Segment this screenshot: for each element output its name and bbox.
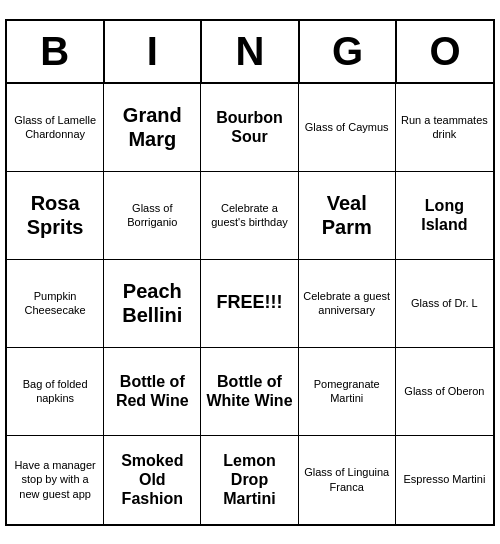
bingo-cell-11: Peach Bellini [104,260,201,348]
header-letter-o: O [397,21,493,82]
bingo-cell-13: Celebrate a guest anniversary [299,260,396,348]
bingo-cell-0: Glass of Lamelle Chardonnay [7,84,104,172]
bingo-cell-10: Pumpkin Cheesecake [7,260,104,348]
bingo-cell-20: Have a manager stop by with a new guest … [7,436,104,524]
header-letter-i: I [105,21,203,82]
bingo-cell-9: Long Island [396,172,493,260]
header-letter-b: B [7,21,105,82]
bingo-cell-22: Lemon Drop Martini [201,436,298,524]
header-letter-g: G [300,21,398,82]
bingo-cell-15: Bag of folded napkins [7,348,104,436]
bingo-header: BINGO [7,21,493,84]
bingo-cell-1: Grand Marg [104,84,201,172]
bingo-cell-17: Bottle of White Wine [201,348,298,436]
bingo-cell-3: Glass of Caymus [299,84,396,172]
bingo-cell-23: Glass of Linguina Franca [299,436,396,524]
bingo-cell-5: Rosa Sprits [7,172,104,260]
bingo-cell-2: Bourbon Sour [201,84,298,172]
bingo-cell-12: FREE!!! [201,260,298,348]
bingo-cell-6: Glass of Borriganio [104,172,201,260]
header-letter-n: N [202,21,300,82]
bingo-cell-4: Run a teammates drink [396,84,493,172]
bingo-cell-7: Celebrate a guest's birthday [201,172,298,260]
bingo-grid: Glass of Lamelle ChardonnayGrand MargBou… [7,84,493,524]
bingo-cell-18: Pomegranate Martini [299,348,396,436]
bingo-card: BINGO Glass of Lamelle ChardonnayGrand M… [5,19,495,526]
bingo-cell-16: Bottle of Red Wine [104,348,201,436]
bingo-cell-8: Veal Parm [299,172,396,260]
bingo-cell-24: Espresso Martini [396,436,493,524]
bingo-cell-21: Smoked Old Fashion [104,436,201,524]
bingo-cell-14: Glass of Dr. L [396,260,493,348]
bingo-cell-19: Glass of Oberon [396,348,493,436]
